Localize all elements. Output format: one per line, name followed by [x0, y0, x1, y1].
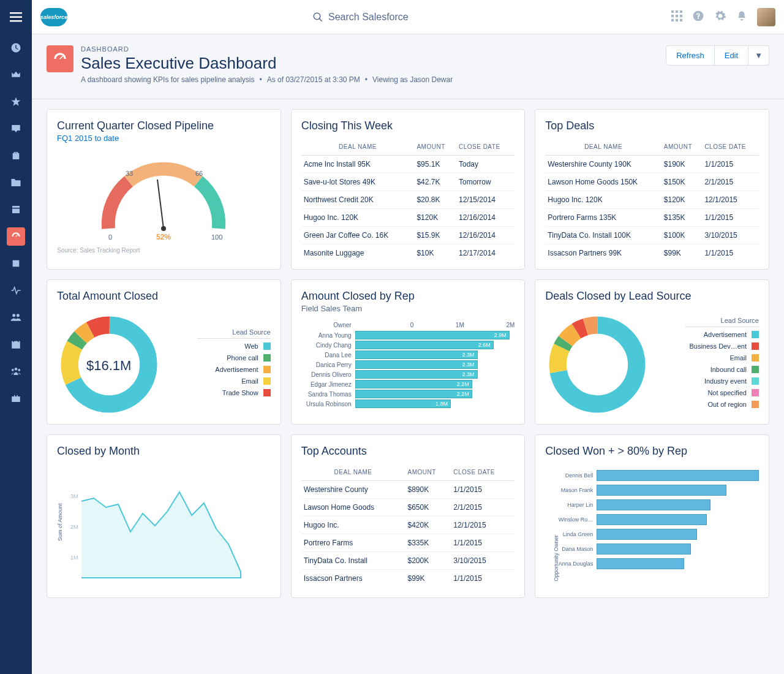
table-row[interactable]: TinyData Co. Install$200K3/10/2015 [301, 552, 515, 570]
svg-rect-1 [10, 17, 22, 18]
legend-item: Business Dev…ent [685, 343, 759, 350]
svg-point-10 [18, 369, 20, 371]
top-accounts-table: DEAL NAME AMOUNT CLOSE DATE Westershire … [301, 464, 515, 587]
table-row[interactable]: Hugoo Inc. 120K$120K12/1/2015 [545, 191, 759, 209]
settings-gear-icon[interactable] [714, 10, 726, 25]
svg-rect-2 [10, 20, 22, 22]
nav-people-icon[interactable] [0, 304, 32, 331]
bar-row: Harper Lin [552, 499, 759, 510]
card-footer: Source: Sales Tracking Report [57, 247, 271, 254]
table-row[interactable]: Green Jar Coffee Co. 16K$15.9K12/16/2014 [301, 227, 515, 244]
table-row[interactable]: TinyData Co. Install 100K$100K3/10/2015 [545, 227, 759, 244]
bar-row: Winslow Ro… [552, 514, 759, 525]
notifications-bell-icon[interactable] [736, 10, 747, 25]
svg-rect-20 [676, 19, 678, 21]
table-row[interactable]: Lawson Home Goods$650K2/1/2015 [301, 499, 515, 517]
bar-row: Dana Mason [552, 543, 759, 555]
nav-inbox-icon[interactable] [0, 115, 32, 142]
svg-rect-15 [680, 10, 682, 13]
legend-item: Inbound call [685, 366, 759, 373]
help-icon[interactable] [692, 10, 704, 25]
table-row[interactable]: Masonite Luggage$10K12/17/2014 [301, 244, 515, 262]
card-title: Deals Closed by Lead Source [545, 290, 759, 303]
legend-item: Industry event [685, 377, 759, 385]
card-top-accounts: Top Accounts DEAL NAME AMOUNT CLOSE DATE… [291, 434, 526, 598]
table-row[interactable]: Westershire County 190K$190K1/1/2015 [545, 156, 759, 173]
svg-line-22 [157, 180, 164, 229]
search-icon [312, 12, 323, 23]
svg-text:0: 0 [108, 233, 112, 241]
table-row[interactable]: Westershire County$890K1/1/2015 [301, 481, 515, 499]
svg-text:52%: 52% [156, 233, 171, 241]
donut-center-value: $16.1M [86, 358, 131, 374]
line-chart: Sum of Amount 3M 2M 1M [57, 468, 271, 590]
bar-row: Danica Perry2.3M [301, 360, 515, 369]
nav-recent-icon[interactable] [0, 34, 32, 61]
nav-clipboard-icon[interactable] [0, 142, 32, 169]
svg-text:2M: 2M [70, 524, 78, 530]
salesforce-logo-icon[interactable]: salesforce [40, 8, 67, 26]
edit-button[interactable]: Edit [715, 45, 748, 66]
nav-dashboard-icon[interactable] [0, 223, 32, 250]
dashboard-header-icon [47, 45, 74, 72]
legend-item: Email [197, 377, 271, 385]
breadcrumb: DASHBOARD [81, 45, 453, 53]
page-viewing-as: Viewing as Jason Dewar [372, 75, 453, 84]
nav-group-icon[interactable] [0, 358, 32, 385]
nav-star-icon[interactable] [0, 88, 32, 115]
more-actions-button[interactable]: ▼ [748, 45, 769, 66]
bar-row: Edgar Jimenez2.2M [301, 380, 515, 388]
svg-rect-0 [10, 12, 22, 14]
legend-item: Trade Show [197, 389, 271, 396]
hamburger-icon[interactable] [0, 0, 32, 34]
svg-text:66: 66 [195, 170, 203, 177]
card-top-deals: Top Deals DEAL NAME AMOUNT CLOSE DATE We… [535, 109, 769, 270]
search-input[interactable]: Search Salesforce [312, 12, 409, 23]
hbar-chart: Opportunity Owner Dennis BellMason Frank… [545, 470, 759, 573]
bar-row: Anna Young2.9M [301, 331, 515, 339]
nav-calendar-icon[interactable] [0, 196, 32, 223]
card-closing-this-week: Closing This Week DEAL NAME AMOUNT CLOSE… [291, 109, 526, 270]
table-row[interactable]: Northwest Credit 20K$20.8K12/15/2014 [301, 191, 515, 209]
nav-briefcase-icon[interactable] [0, 385, 32, 412]
table-row[interactable]: Portrero Farms$335K1/1/2015 [301, 534, 515, 552]
table-row[interactable]: Portrero Farms 135K$135K1/1/2015 [545, 209, 759, 227]
svg-line-12 [319, 18, 322, 21]
legend-item: Web [197, 343, 271, 350]
nav-activity-icon[interactable] [0, 277, 32, 304]
bar-row: Anna Douglas [552, 558, 759, 569]
svg-rect-21 [680, 19, 682, 21]
bar-row: Mason Frank [552, 485, 759, 496]
svg-rect-7 [18, 340, 19, 343]
svg-point-23 [161, 226, 166, 231]
app-launcher-icon[interactable] [671, 10, 682, 24]
card-gauge: Current Quarter Closed Pipeline FQ1 2015… [47, 109, 281, 270]
card-total-closed: Total Amount Closed $16.1M Lead Source W… [47, 279, 281, 425]
table-row[interactable]: Hugoo Inc. 120K$120K12/16/2014 [301, 209, 515, 227]
table-row[interactable]: Hugoo Inc.$420K12/1/2015 [301, 517, 515, 534]
table-row[interactable]: Acme Inc Install 95K$95.1KToday [301, 156, 515, 173]
table-row[interactable]: Save-u-lot Stores 49K$42.7KTomorrow [301, 173, 515, 191]
nav-crown-icon[interactable] [0, 61, 32, 88]
table-row[interactable]: Lawson Home Goods 150K$150K2/1/2015 [545, 173, 759, 191]
user-avatar[interactable] [757, 8, 775, 26]
nav-schedule-icon[interactable] [0, 331, 32, 358]
refresh-button[interactable]: Refresh [666, 45, 715, 66]
card-title: Current Quarter Closed Pipeline [57, 119, 271, 132]
svg-rect-16 [671, 15, 674, 17]
gauge-chart: 0 33 66 100 52% [84, 149, 243, 241]
legend-item: Not specified [685, 389, 759, 396]
svg-text:Sum of Amount: Sum of Amount [57, 503, 63, 541]
bar-row: Linda Green [552, 529, 759, 540]
svg-text:100: 100 [211, 233, 222, 241]
card-title: Closed Won + > 80% by Rep [545, 445, 759, 458]
svg-text:1M: 1M [70, 555, 78, 561]
table-row[interactable]: Issacson Partners$99K1/1/2015 [301, 570, 515, 588]
legend-item: Phone call [197, 354, 271, 362]
card-title: Amount Closed by Rep [301, 290, 515, 303]
svg-text:33: 33 [126, 170, 133, 177]
svg-rect-18 [680, 15, 682, 17]
nav-reports-icon[interactable] [0, 250, 32, 277]
nav-folder-icon[interactable] [0, 169, 32, 196]
table-row[interactable]: Issacson Partners 99K$99K1/1/2015 [545, 244, 759, 262]
